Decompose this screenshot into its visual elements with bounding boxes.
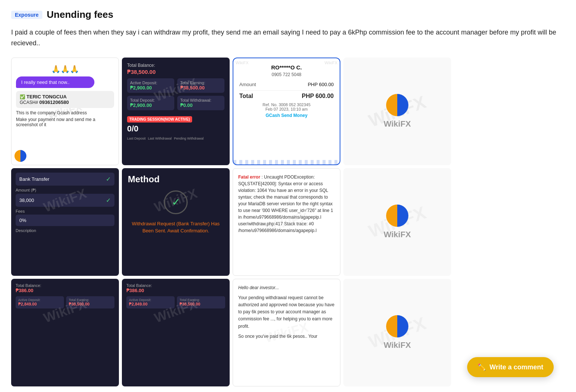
gcash-amount-row: Amount PHP 600.00 (239, 82, 334, 87)
balance3-total-earning: Total Earning: ₱38,500.00 (177, 296, 225, 308)
balance3-active-deposit: Active Deposit: ₱2,849.00 (126, 296, 175, 308)
active-deposit-item: Active Deposit: ₱2,900.00 (127, 78, 174, 93)
balance3-active-deposit-value: ₱2,849.00 (129, 302, 172, 307)
description-text: I paid a couple of fees then when they s… (11, 27, 561, 49)
gcash-send-money-label: GCash Send Money (239, 113, 334, 118)
total-withdrawal-label: Total Withdrawal: (180, 98, 221, 102)
email-card: WikiFX Hello dear investor... Your pendi… (233, 279, 340, 386)
method-checkmark: ✓ (164, 190, 188, 214)
chat-card: WikiFX 🙏🙏🙏 I really need that now.. ✅ TE… (11, 58, 119, 165)
balance-card-1: WikiFX Total Balance: ₱38,500.00 Active … (122, 58, 230, 165)
total-balance-value: ₱38,500.00 (127, 69, 224, 75)
gcash-label: GCASH# (20, 100, 38, 105)
image-grid: WikiFX 🙏🙏🙏 I really need that now.. ✅ TE… (11, 58, 565, 386)
gcash-total-row: Total PHP 600.00 (239, 90, 334, 99)
page-title: Unending fees (47, 9, 113, 20)
trading-session-badge: TRADING SESSION(NOW ACTIVE) (127, 116, 192, 122)
wikifx-logo-corner-chat (14, 150, 26, 162)
wikifx-text-label-3: WikiFX (384, 340, 411, 350)
total-withdrawal-item: Total Withdrawal: ₱0.00 (177, 96, 224, 110)
balance2-total-value: ₱386.00 (16, 288, 114, 293)
total-balance-label: Total Balance: (127, 63, 224, 68)
balance3-active-deposit-label: Active Deposit: (129, 298, 172, 302)
wikifx-watermark-gcash-right: WikiFX (324, 61, 337, 65)
chat-address-text: This is the company Gcash address (16, 110, 114, 115)
balance2-active-deposit-value: ₱2,849.00 (18, 302, 61, 307)
gcash-ref-value: 3008 052 302345 (279, 102, 311, 107)
bank-transfer-check-icon: ✓ (106, 176, 111, 183)
chat-payment-text: Make your payment now and send me a scre… (16, 117, 114, 127)
check-icon: ✅ (20, 94, 25, 99)
balance-small-card-2: WikiFX Total Balance: ₱386.00 Active Dep… (122, 279, 230, 386)
total-deposit-item: Total Deposit: ₱2,900.00 (127, 96, 174, 110)
header-row: Exposure Unending fees (11, 9, 565, 20)
amount-field-label: Amount (₱) (16, 188, 114, 193)
gcash-wave-decoration (233, 160, 340, 164)
amount-check-icon: ✓ (106, 197, 111, 204)
balance2-total-earning: Total Earning: ₱38,500.00 (66, 296, 114, 308)
method-dark-card: WikiFX Method ✓ Withdrawal Request (Bank… (122, 168, 230, 276)
gcash-number: 09361206580 (39, 99, 69, 105)
balance3-total-value: ₱386.00 (126, 288, 225, 293)
amount-field: 38,000 ✓ (16, 194, 114, 207)
total-earning-item: Total Earning: ₱38,500.00 (177, 78, 224, 93)
gcash-receipt-card: WikiFX WikiFX RO*****O C. 0905 722 5048 … (233, 58, 340, 165)
chat-contact-name: TERIC TONGCUA (26, 94, 67, 99)
gcash-amount-value: PHP 600.00 (308, 82, 334, 87)
amount-value: 38,000 (19, 197, 34, 203)
wikifx-promo-card: WikiFX WikiFX (343, 58, 451, 165)
wikifx-promo-card-2: WikiFX WikiFX (343, 168, 451, 276)
error-card: WikiFX Fatal error : Uncaught PDOExcepti… (233, 168, 340, 276)
exposure-badge: Exposure (11, 11, 42, 19)
balance2-active-deposit: Active Deposit: ₱2,849.00 (16, 296, 64, 308)
wikifx-logo-circle-large (386, 94, 408, 116)
wikifx-promo-card-3: WikiFX WikiFX (343, 279, 451, 386)
bank-transfer-field: Bank Transfer ✓ (16, 173, 114, 186)
balance3-total-label: Total Balance: (126, 283, 225, 288)
chat-emoji: 🙏🙏🙏 (16, 65, 114, 74)
balance2-total-label: Total Balance: (16, 283, 114, 288)
bank-transfer-value: Bank Transfer (19, 176, 49, 182)
stat-last-withdrawal: Last Withdrawal (148, 137, 172, 140)
total-earning-value: ₱38,500.00 (180, 85, 221, 91)
wikifx-text-label-2: WikiFX (384, 230, 411, 239)
gcash-recipient-name: RO*****O C. (239, 64, 334, 71)
stat-last-deposit: Last Deposit (127, 137, 146, 140)
error-label: Fatal error (238, 174, 260, 180)
total-earning-label: Total Earning: (180, 81, 221, 85)
wikifx-logo-group: WikiFX (384, 94, 411, 129)
chat-bubble: I really need that now.. (16, 76, 94, 88)
write-comment-icon: ✏️ (478, 363, 486, 371)
gcash-ref-label: Ref. No. (262, 102, 277, 107)
method-title: Method (128, 174, 224, 184)
balance2-total-earning-label: Total Earning: (69, 298, 112, 302)
active-deposit-value: ₱2,900.00 (130, 85, 171, 91)
total-withdrawal-value: ₱0.00 (180, 102, 221, 108)
gcash-recipient-phone: 0905 722 5048 (239, 72, 334, 77)
balance-small-card-1: WikiFX Total Balance: ₱386.00 Active Dep… (11, 279, 119, 386)
balance2-total-earning-value: ₱38,500.00 (69, 302, 112, 307)
stats-row: Last Deposit Last Withdrawal Pending Wit… (127, 137, 224, 140)
total-deposit-value: ₱2,900.00 (130, 102, 171, 108)
wikifx-logo-circle-large-2 (386, 205, 408, 227)
wikifx-logo-group-3: WikiFX (384, 315, 411, 350)
wikifx-logo-circle-large-3 (386, 315, 408, 337)
wikifx-watermark-gcash-left: WikiFX (236, 61, 249, 65)
email-greeting: Hello dear investor... (238, 284, 335, 291)
trading-ratio: 0/0 (127, 124, 224, 134)
wikifx-text-label: WikiFX (384, 119, 411, 129)
stat-pending-withdrawal: Pending Withdrawal (174, 137, 204, 140)
gcash-total-value: PHP 600.00 (302, 93, 334, 99)
fees-field-label: Fees (16, 209, 114, 213)
gcash-total-label: Total (239, 93, 253, 99)
gcash-date: Feb 07 2023, 10:10 am (265, 107, 308, 111)
chat-info-box: ✅ TERIC TONGCUA GCASH# 09361206580 (16, 91, 114, 108)
wikifx-logo-group-2: WikiFX (384, 205, 411, 239)
write-comment-button[interactable]: ✏️ Write a comment (467, 357, 554, 377)
withdrawal-form-card: WikiFX Bank Transfer ✓ Amount (₱) 38,000… (11, 168, 119, 276)
method-subtitle: Withdrawal Request (Bank Transfer) Has B… (128, 220, 224, 235)
method-checkmark-icon: ✓ (172, 196, 180, 208)
fees-value: 0% (19, 218, 26, 223)
total-deposit-label: Total Deposit: (130, 98, 171, 102)
balance3-total-earning-value: ₱38,500.00 (179, 302, 223, 307)
